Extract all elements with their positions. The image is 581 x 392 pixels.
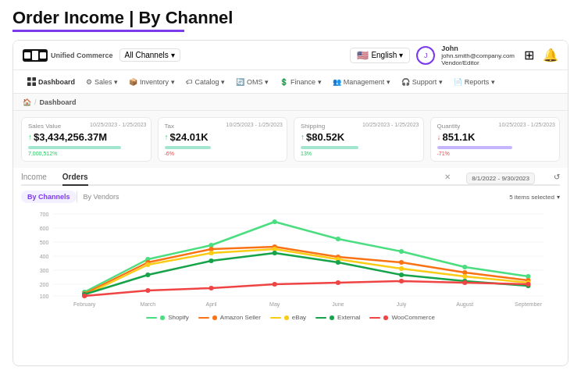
svg-text:June: June [332,301,344,307]
nav-label-oms: OMS ▾ [247,78,269,86]
svg-point-42 [399,260,404,265]
svg-text:September: September [515,301,542,308]
legend-label-ebay: eBay [292,314,306,321]
kpi-card-shipping: 10/25/2023 - 1/25/2023 Shipping ↑ $80.52… [294,117,424,162]
top-nav: Unified Commerce All Channels ▾ 🇺🇸 Engli… [13,41,568,70]
channel-selector[interactable]: All Channels ▾ [119,48,180,62]
kpi-pct-sales: 7,000,512% [28,151,144,156]
nav-item-finance[interactable]: 💲Finance ▾ [275,76,326,88]
page-title: Order Income | By Channel [12,8,569,28]
nav-item-dashboard[interactable]: Dashboard [23,75,80,88]
svg-point-47 [209,251,213,255]
user-avatar[interactable]: J [416,46,435,65]
app-frame: Unified Commerce All Channels ▾ 🇺🇸 Engli… [12,40,569,366]
tab-orders[interactable]: Orders [62,173,88,186]
tab-income[interactable]: Income [21,173,47,184]
svg-text:700: 700 [40,212,49,217]
svg-point-62 [145,288,150,293]
svg-point-56 [273,251,277,255]
svg-point-34 [399,249,404,254]
svg-rect-2 [40,52,46,59]
svg-rect-5 [27,82,31,86]
svg-rect-3 [27,77,31,81]
svg-text:April: April [205,301,217,308]
logo: Unified Commerce [23,49,113,62]
chart-date-range[interactable]: 8/1/2022 - 9/30/2023 [466,173,535,184]
chart-close-icon[interactable]: ✕ [444,173,451,184]
chart-container: 700 600 500 400 300 200 100 February Mar… [21,206,560,321]
svg-rect-6 [32,82,36,86]
user-role: Vendor/Editor [441,59,515,66]
subtab-by-vendors[interactable]: By Vendors [77,191,126,203]
svg-text:500: 500 [40,240,49,245]
kpi-bar-shipping [301,146,358,149]
svg-text:100: 100 [40,294,49,299]
nav-item-oms[interactable]: 🔄OMS ▾ [231,76,273,88]
svg-point-50 [399,266,404,271]
bell-icon[interactable]: 🔔 [543,48,558,63]
nav-item-catalog[interactable]: 🏷Catalog ▾ [181,76,230,88]
svg-point-63 [209,286,213,290]
subtab-by-channels[interactable]: By Channels [21,191,77,203]
kpi-value-quantity: ↓ 851.1K [437,131,554,143]
flag-icon: 🇺🇸 [357,50,369,61]
svg-point-55 [209,258,213,263]
breadcrumb: 🏠 / Dashboard [13,94,568,111]
legend-label-shopify: Shopify [168,314,189,321]
nav-item-sales[interactable]: ⚙Sales ▾ [81,76,123,88]
nav-item-inventory[interactable]: 📦Inventory ▾ [124,76,180,88]
svg-point-58 [399,273,404,277]
woocommerce-line [84,281,528,296]
nav-label-reports: Reports ▾ [465,78,495,86]
chart-legend: Shopify Amazon Seller eBay [21,314,560,321]
svg-rect-1 [32,51,38,60]
kpi-pct-tax: -6% [165,151,281,156]
chart-tabs: Income Orders ✕ 8/1/2022 - 9/30/2023 ↺ [21,173,560,186]
kpi-date-sales: 10/25/2023 - 1/25/2023 [90,122,146,127]
kpi-value-tax: ↑ $24.01K [165,131,281,143]
svg-text:July: July [397,301,407,308]
kpi-card-quantity: 10/25/2023 - 1/25/2023 Quantity ↓ 851.1K… [430,117,561,162]
chart-sub-tabs: By Channels By Vendors 5 items selected … [21,191,560,203]
user-name: John [441,45,515,52]
kpi-card-sales: 10/25/2023 - 1/25/2023 Sales Value ↑ $3,… [21,117,151,162]
svg-rect-4 [32,77,36,81]
nav-label-catalog: Catalog ▾ [195,78,226,86]
kpi-row: 10/25/2023 - 1/25/2023 Sales Value ↑ $3,… [13,111,568,168]
nav-item-support[interactable]: 🎧Support ▾ [397,76,447,88]
nav-label-sales: Sales ▾ [94,78,118,86]
legend-label-amazon: Amazon Seller [220,314,261,321]
legend-item-woocommerce: WooCommerce [369,314,434,321]
nav-label-inventory: Inventory ▾ [140,78,175,86]
nav-label-management: Management ▾ [344,78,390,86]
items-selected-chevron-icon[interactable]: ▾ [557,194,560,201]
svg-point-33 [336,237,340,241]
svg-point-61 [82,294,87,298]
svg-point-68 [526,282,530,287]
language-selector[interactable]: 🇺🇸 English ▾ [350,48,410,63]
nav-item-management[interactable]: 👥Management ▾ [328,76,395,88]
svg-point-51 [462,274,467,279]
secondary-nav: Dashboard ⚙Sales ▾ 📦Inventory ▾ 🏷Catalog… [13,70,568,94]
chart-svg: 700 600 500 400 300 200 100 February Mar… [21,206,560,308]
kpi-bar-quantity [437,146,513,149]
svg-text:March: March [140,301,155,307]
svg-point-64 [273,282,277,287]
kpi-arrow-tax: ↑ [165,133,169,141]
chart-refresh-icon[interactable]: ↺ [554,173,560,184]
channel-chevron-icon: ▾ [171,51,175,59]
svg-point-54 [145,273,150,277]
svg-point-67 [462,280,467,285]
items-selected: 5 items selected ▾ [509,194,560,201]
svg-text:600: 600 [40,226,49,231]
grid-icon[interactable]: ⊞ [521,48,536,63]
channel-label: All Channels [125,51,169,59]
nav-label-finance: Finance ▾ [290,78,322,86]
lang-chevron-icon: ▾ [399,51,403,59]
legend-label-woocommerce: WooCommerce [391,314,434,321]
nav-item-reports[interactable]: 📄Reports ▾ [449,76,500,88]
logo-text: Unified Commerce [51,52,113,59]
breadcrumb-home-icon[interactable]: 🏠 [23,98,31,106]
kpi-date-quantity: 10/25/2023 - 1/25/2023 [499,122,555,127]
kpi-card-tax: 10/25/2023 - 1/25/2023 Tax ↑ $24.01K -6% [158,117,288,162]
